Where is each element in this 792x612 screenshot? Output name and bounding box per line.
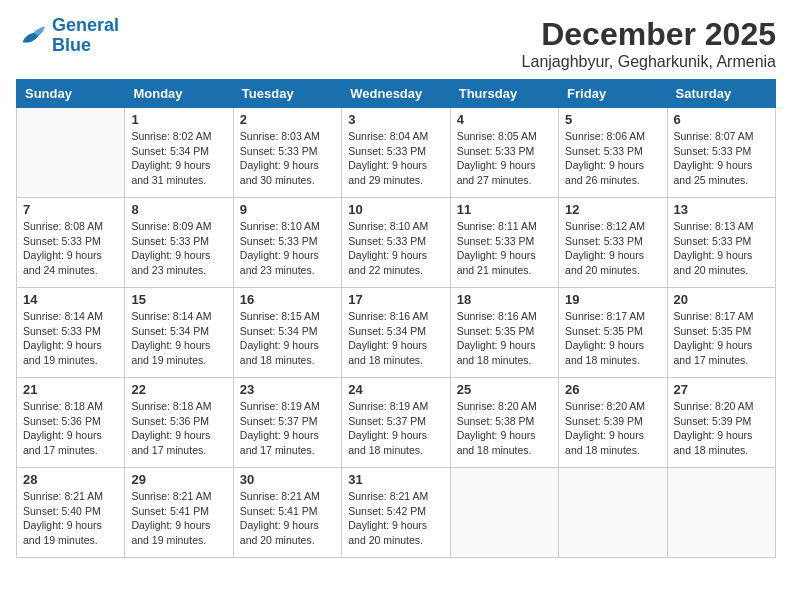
day-number: 21: [23, 382, 118, 397]
calendar-cell: 4Sunrise: 8:05 AMSunset: 5:33 PMDaylight…: [450, 108, 558, 198]
calendar-cell: 25Sunrise: 8:20 AMSunset: 5:38 PMDayligh…: [450, 378, 558, 468]
day-number: 10: [348, 202, 443, 217]
day-info: Sunrise: 8:20 AMSunset: 5:39 PMDaylight:…: [565, 399, 660, 458]
day-info: Sunrise: 8:16 AMSunset: 5:35 PMDaylight:…: [457, 309, 552, 368]
day-number: 9: [240, 202, 335, 217]
calendar-table: SundayMondayTuesdayWednesdayThursdayFrid…: [16, 79, 776, 558]
calendar-cell: 30Sunrise: 8:21 AMSunset: 5:41 PMDayligh…: [233, 468, 341, 558]
day-info: Sunrise: 8:17 AMSunset: 5:35 PMDaylight:…: [674, 309, 769, 368]
day-number: 20: [674, 292, 769, 307]
calendar-cell: 19Sunrise: 8:17 AMSunset: 5:35 PMDayligh…: [559, 288, 667, 378]
calendar-cell: [667, 468, 775, 558]
logo-text: General Blue: [52, 16, 119, 56]
weekday-header-saturday: Saturday: [667, 80, 775, 108]
day-info: Sunrise: 8:15 AMSunset: 5:34 PMDaylight:…: [240, 309, 335, 368]
day-info: Sunrise: 8:12 AMSunset: 5:33 PMDaylight:…: [565, 219, 660, 278]
day-info: Sunrise: 8:07 AMSunset: 5:33 PMDaylight:…: [674, 129, 769, 188]
page-title: December 2025: [522, 16, 776, 53]
weekday-header-sunday: Sunday: [17, 80, 125, 108]
day-number: 1: [131, 112, 226, 127]
calendar-cell: 18Sunrise: 8:16 AMSunset: 5:35 PMDayligh…: [450, 288, 558, 378]
calendar-cell: 16Sunrise: 8:15 AMSunset: 5:34 PMDayligh…: [233, 288, 341, 378]
day-number: 11: [457, 202, 552, 217]
day-number: 4: [457, 112, 552, 127]
calendar-week-row: 28Sunrise: 8:21 AMSunset: 5:40 PMDayligh…: [17, 468, 776, 558]
day-info: Sunrise: 8:21 AMSunset: 5:41 PMDaylight:…: [131, 489, 226, 548]
day-info: Sunrise: 8:02 AMSunset: 5:34 PMDaylight:…: [131, 129, 226, 188]
page-header: General Blue December 2025 Lanjaghbyur, …: [16, 16, 776, 71]
day-number: 17: [348, 292, 443, 307]
day-number: 6: [674, 112, 769, 127]
day-number: 19: [565, 292, 660, 307]
day-number: 31: [348, 472, 443, 487]
calendar-cell: 21Sunrise: 8:18 AMSunset: 5:36 PMDayligh…: [17, 378, 125, 468]
day-number: 30: [240, 472, 335, 487]
weekday-header-wednesday: Wednesday: [342, 80, 450, 108]
day-info: Sunrise: 8:17 AMSunset: 5:35 PMDaylight:…: [565, 309, 660, 368]
calendar-cell: 17Sunrise: 8:16 AMSunset: 5:34 PMDayligh…: [342, 288, 450, 378]
calendar-cell: 20Sunrise: 8:17 AMSunset: 5:35 PMDayligh…: [667, 288, 775, 378]
day-number: 18: [457, 292, 552, 307]
day-number: 23: [240, 382, 335, 397]
calendar-cell: 11Sunrise: 8:11 AMSunset: 5:33 PMDayligh…: [450, 198, 558, 288]
page-subtitle: Lanjaghbyur, Gegharkunik, Armenia: [522, 53, 776, 71]
calendar-cell: 3Sunrise: 8:04 AMSunset: 5:33 PMDaylight…: [342, 108, 450, 198]
title-block: December 2025 Lanjaghbyur, Gegharkunik, …: [522, 16, 776, 71]
day-number: 27: [674, 382, 769, 397]
calendar-cell: 9Sunrise: 8:10 AMSunset: 5:33 PMDaylight…: [233, 198, 341, 288]
day-info: Sunrise: 8:21 AMSunset: 5:40 PMDaylight:…: [23, 489, 118, 548]
day-number: 16: [240, 292, 335, 307]
calendar-cell: 15Sunrise: 8:14 AMSunset: 5:34 PMDayligh…: [125, 288, 233, 378]
day-number: 25: [457, 382, 552, 397]
day-info: Sunrise: 8:20 AMSunset: 5:39 PMDaylight:…: [674, 399, 769, 458]
day-info: Sunrise: 8:10 AMSunset: 5:33 PMDaylight:…: [348, 219, 443, 278]
calendar-cell: 24Sunrise: 8:19 AMSunset: 5:37 PMDayligh…: [342, 378, 450, 468]
calendar-cell: 27Sunrise: 8:20 AMSunset: 5:39 PMDayligh…: [667, 378, 775, 468]
day-info: Sunrise: 8:08 AMSunset: 5:33 PMDaylight:…: [23, 219, 118, 278]
calendar-week-row: 1Sunrise: 8:02 AMSunset: 5:34 PMDaylight…: [17, 108, 776, 198]
calendar-cell: 23Sunrise: 8:19 AMSunset: 5:37 PMDayligh…: [233, 378, 341, 468]
day-number: 22: [131, 382, 226, 397]
day-number: 28: [23, 472, 118, 487]
calendar-cell: 12Sunrise: 8:12 AMSunset: 5:33 PMDayligh…: [559, 198, 667, 288]
calendar-cell: 28Sunrise: 8:21 AMSunset: 5:40 PMDayligh…: [17, 468, 125, 558]
calendar-header-row: SundayMondayTuesdayWednesdayThursdayFrid…: [17, 80, 776, 108]
day-info: Sunrise: 8:04 AMSunset: 5:33 PMDaylight:…: [348, 129, 443, 188]
day-number: 29: [131, 472, 226, 487]
day-number: 24: [348, 382, 443, 397]
calendar-cell: 8Sunrise: 8:09 AMSunset: 5:33 PMDaylight…: [125, 198, 233, 288]
day-number: 13: [674, 202, 769, 217]
weekday-header-friday: Friday: [559, 80, 667, 108]
calendar-cell: [559, 468, 667, 558]
day-number: 12: [565, 202, 660, 217]
day-info: Sunrise: 8:18 AMSunset: 5:36 PMDaylight:…: [23, 399, 118, 458]
calendar-cell: 14Sunrise: 8:14 AMSunset: 5:33 PMDayligh…: [17, 288, 125, 378]
day-info: Sunrise: 8:14 AMSunset: 5:33 PMDaylight:…: [23, 309, 118, 368]
calendar-week-row: 14Sunrise: 8:14 AMSunset: 5:33 PMDayligh…: [17, 288, 776, 378]
day-number: 5: [565, 112, 660, 127]
day-info: Sunrise: 8:10 AMSunset: 5:33 PMDaylight:…: [240, 219, 335, 278]
day-number: 15: [131, 292, 226, 307]
day-number: 3: [348, 112, 443, 127]
day-number: 14: [23, 292, 118, 307]
day-info: Sunrise: 8:18 AMSunset: 5:36 PMDaylight:…: [131, 399, 226, 458]
day-number: 2: [240, 112, 335, 127]
day-info: Sunrise: 8:19 AMSunset: 5:37 PMDaylight:…: [348, 399, 443, 458]
calendar-cell: 7Sunrise: 8:08 AMSunset: 5:33 PMDaylight…: [17, 198, 125, 288]
calendar-cell: 5Sunrise: 8:06 AMSunset: 5:33 PMDaylight…: [559, 108, 667, 198]
calendar-week-row: 21Sunrise: 8:18 AMSunset: 5:36 PMDayligh…: [17, 378, 776, 468]
day-info: Sunrise: 8:14 AMSunset: 5:34 PMDaylight:…: [131, 309, 226, 368]
calendar-cell: 6Sunrise: 8:07 AMSunset: 5:33 PMDaylight…: [667, 108, 775, 198]
day-number: 8: [131, 202, 226, 217]
day-info: Sunrise: 8:11 AMSunset: 5:33 PMDaylight:…: [457, 219, 552, 278]
calendar-cell: 22Sunrise: 8:18 AMSunset: 5:36 PMDayligh…: [125, 378, 233, 468]
day-info: Sunrise: 8:20 AMSunset: 5:38 PMDaylight:…: [457, 399, 552, 458]
day-info: Sunrise: 8:21 AMSunset: 5:41 PMDaylight:…: [240, 489, 335, 548]
day-number: 7: [23, 202, 118, 217]
day-info: Sunrise: 8:13 AMSunset: 5:33 PMDaylight:…: [674, 219, 769, 278]
calendar-cell: [450, 468, 558, 558]
logo-icon: [16, 20, 48, 52]
weekday-header-monday: Monday: [125, 80, 233, 108]
day-info: Sunrise: 8:09 AMSunset: 5:33 PMDaylight:…: [131, 219, 226, 278]
calendar-cell: 2Sunrise: 8:03 AMSunset: 5:33 PMDaylight…: [233, 108, 341, 198]
